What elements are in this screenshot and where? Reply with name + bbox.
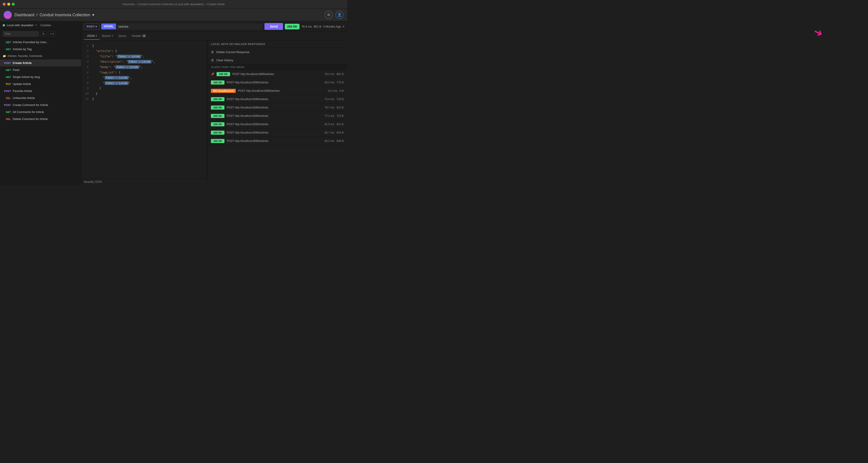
sidebar-item-favorite-article[interactable]: POST Favorite Article: [0, 88, 81, 95]
line-number: 7: [84, 75, 89, 80]
sidebar-item-update-article[interactable]: PUT Update Article: [0, 80, 81, 88]
sidebar-item-articles-favorited[interactable]: GET Articles Favorited by User...: [0, 39, 81, 46]
history-time: 12.4 ms: [328, 89, 337, 92]
history-time: 68.5 ms: [324, 81, 334, 84]
line-number: 1: [84, 43, 89, 48]
clear-history-label: Clear History: [216, 59, 233, 62]
sidebar-item-create-article[interactable]: POST Create Article: [0, 59, 81, 66]
sidebar-item-label: Delete Comment for Article: [13, 117, 48, 121]
sidebar-filter-area: ⇅ + ▾: [0, 29, 81, 39]
beautify-json-button[interactable]: Beautify JSON: [81, 178, 207, 185]
history-time: 91.9 ms: [324, 123, 334, 126]
line-content: "title": "Faker ⇒ Lorem",: [92, 54, 145, 59]
method-badge-put: PUT: [3, 83, 11, 86]
breadcrumb-collection[interactable]: Conduit Insomnia Collection: [39, 13, 90, 17]
sidebar-list: GET Articles Favorited by User... GET Ar…: [0, 39, 81, 185]
code-editor[interactable]: 1 { 2 "article": { 3 "title": "Faker ⇒ L…: [81, 40, 207, 178]
line-content: "description": "Faker ⇒ Lorem",: [92, 59, 155, 64]
line-number: 3: [84, 54, 89, 59]
main-panel: POST ▾ APIURL /articles Send 200 OK 78.4…: [81, 21, 347, 185]
traffic-lights: [3, 3, 15, 6]
sidebar-item-unfavorite-article[interactable]: DEL Unfavorite Article: [0, 95, 81, 101]
response-panel-header: LOCAL WITH SKYWALKER RESPONSES: [207, 40, 347, 48]
sidebar-item-create-comment[interactable]: POST Create Comment for Article: [0, 101, 81, 108]
breadcrumb-dashboard[interactable]: Dashboard: [14, 13, 34, 17]
status-ok-badge: 200 OK: [211, 80, 224, 85]
close-button[interactable]: [3, 3, 6, 6]
sidebar: Local with skywalker ▾ Cookies ⇅ + ▾ GET…: [0, 21, 81, 185]
filter-input[interactable]: [3, 31, 39, 37]
add-request-button[interactable]: + ▾: [48, 31, 56, 37]
time-ago-dropdown-icon[interactable]: ▾: [343, 25, 344, 28]
line-number: 5: [84, 64, 89, 70]
status-ok-badge: 200 OK: [211, 114, 224, 118]
method-badge-get: GET: [3, 76, 11, 78]
line-content: "article": {: [92, 48, 117, 54]
history-item[interactable]: 200 OK POST http://localhost:8080/articl…: [207, 120, 347, 129]
env-name[interactable]: Local with skywalker: [7, 24, 34, 27]
breadcrumb: Dashboard / Conduit Insomnia Collection …: [14, 12, 95, 18]
history-item[interactable]: 200 OK POST http://localhost:8080/articl…: [207, 137, 347, 145]
code-line-8: 8 "Faker ⇒ Lorem": [84, 80, 204, 86]
line-number: 6: [84, 70, 89, 75]
method-selector[interactable]: POST ▾: [84, 24, 99, 30]
tab-json[interactable]: JSON ▾: [84, 32, 99, 40]
send-button[interactable]: Send: [265, 23, 283, 30]
tab-json-dropdown[interactable]: ▾: [96, 35, 97, 37]
tab-bearer-dropdown[interactable]: ▾: [112, 35, 113, 37]
url-path[interactable]: /articles: [116, 24, 263, 30]
history-item-401[interactable]: 401 Unauthorized POST http://localhost:8…: [207, 87, 347, 95]
sidebar-item-delete-comment[interactable]: DEL Delete Comment for Article: [0, 115, 81, 123]
cookies-button[interactable]: Cookies: [40, 24, 51, 27]
method-badge-post: POST: [3, 90, 11, 92]
history-item[interactable]: 200 OK POST http://localhost:8080/articl…: [207, 95, 347, 103]
settings-button[interactable]: ⚙: [324, 11, 333, 19]
method-dropdown-icon: ▾: [95, 25, 97, 28]
status-badge: 200 OK: [285, 24, 300, 29]
sidebar-item-feed[interactable]: GET Feed: [0, 66, 81, 73]
history-item[interactable]: 200 OK POST http://localhost:8080/articl…: [207, 103, 347, 112]
history-time: 78.4 ms: [324, 72, 334, 76]
breadcrumb-dropdown-icon[interactable]: ▾: [92, 13, 94, 17]
history-time: 78.7 ms: [324, 106, 334, 109]
line-number: 11: [84, 96, 89, 101]
line-content: ]: [92, 86, 101, 91]
delete-response-button[interactable]: 🗑 Delete Current Response: [207, 48, 347, 56]
history-url: POST http://localhost:8080/articles: [232, 72, 322, 76]
method-badge-del: DEL: [3, 118, 11, 121]
sidebar-item-articles-by-tag[interactable]: GET Articles by Tag: [0, 46, 81, 53]
history-url: POST http://localhost:8080/articles: [227, 123, 322, 126]
minimize-button[interactable]: [7, 3, 10, 6]
env-status-dot: [3, 24, 5, 27]
sidebar-item-single-article[interactable]: GET Single Article by slug: [0, 73, 81, 80]
sidebar-item-all-comments[interactable]: GET All Comments for Article: [0, 108, 81, 115]
api-url-badge[interactable]: APIURL: [101, 24, 116, 29]
folder-icon: 📁: [3, 55, 6, 58]
sidebar-item-label: Create Comment for Article: [13, 103, 48, 107]
tab-bar: JSON ▾ Bearer ▾ Query Header 1: [81, 32, 347, 40]
env-dropdown-icon[interactable]: ▾: [35, 24, 37, 27]
sort-button[interactable]: ⇅: [40, 31, 46, 37]
history-item[interactable]: 200 OK POST http://localhost:8080/articl…: [207, 78, 347, 87]
insomnia-logo[interactable]: [4, 11, 12, 19]
sidebar-item-label: Favorite Article: [13, 89, 32, 93]
code-line-1: 1 {: [84, 43, 204, 48]
line-number: 9: [84, 86, 89, 91]
history-size: 643 B: [337, 131, 344, 134]
tab-header[interactable]: Header 1: [129, 32, 149, 40]
history-item-pinned[interactable]: 📌 200 OK POST http://localhost:8080/arti…: [207, 70, 347, 78]
history-item[interactable]: 200 OK POST http://localhost:8080/articl…: [207, 112, 347, 120]
code-line-3: 3 "title": "Faker ⇒ Lorem",: [84, 54, 204, 59]
tab-bearer[interactable]: Bearer ▾: [99, 32, 116, 40]
history-item[interactable]: 200 OK POST http://localhost:8080/articl…: [207, 129, 347, 137]
history-list: 📌 200 OK POST http://localhost:8080/arti…: [207, 70, 347, 185]
tab-query[interactable]: Query: [116, 32, 129, 40]
maximize-button[interactable]: [12, 3, 15, 6]
sidebar-group-articles[interactable]: 📁 Articles, Favorite, Comments: [0, 53, 81, 59]
tab-header-label: Header: [132, 34, 142, 37]
user-button[interactable]: 👤: [336, 11, 344, 19]
clear-history-button[interactable]: 🗑 Clear History: [207, 56, 347, 64]
status-ok-badge: 200 OK: [211, 131, 224, 135]
code-line-2: 2 "article": {: [84, 48, 204, 54]
history-size: 841 B: [337, 123, 344, 126]
